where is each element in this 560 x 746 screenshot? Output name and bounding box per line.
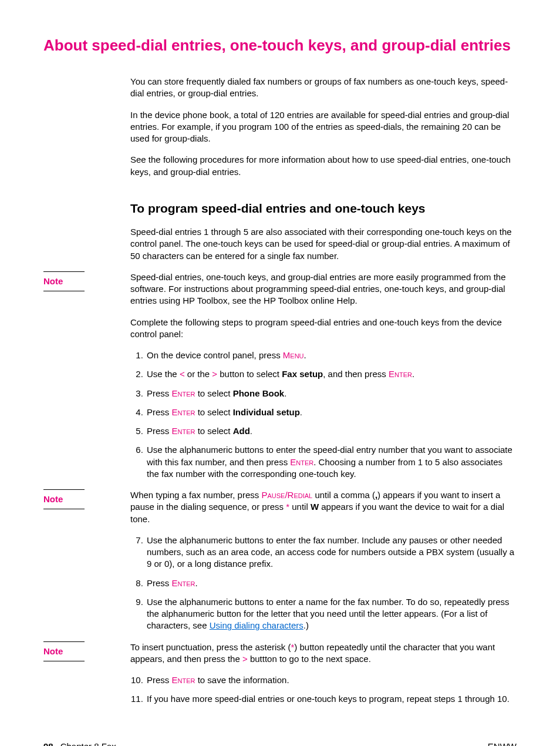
enter-key: Enter xyxy=(172,388,195,398)
steps-list-2: Use the alphanumeric buttons to enter th… xyxy=(130,535,517,632)
step-4: Press Enter to select Individual setup. xyxy=(146,406,517,418)
page-footer: 98Chapter 8 Fax ENWW xyxy=(43,741,517,746)
step-6: Use the alphanumeric buttons to enter th… xyxy=(146,444,517,480)
using-dialing-characters-link[interactable]: Using dialing characters xyxy=(210,620,303,630)
enter-key: Enter xyxy=(389,369,412,379)
step-10: Press Enter to save the information. xyxy=(146,674,517,686)
note-3-text: To insert punctuation, press the asteris… xyxy=(130,641,517,666)
menu-key: Menu xyxy=(283,350,304,360)
left-arrow: < xyxy=(180,369,185,379)
page-number: 98 xyxy=(43,741,53,746)
footer-right: ENWW xyxy=(488,741,517,746)
enter-key: Enter xyxy=(172,426,195,436)
enter-key: Enter xyxy=(172,578,195,588)
steps-list: On the device control panel, press Menu.… xyxy=(130,350,517,480)
intro-p1: You can store frequently dialed fax numb… xyxy=(130,76,517,100)
page-title: About speed-dial entries, one-touch keys… xyxy=(43,35,517,56)
enter-key: Enter xyxy=(172,407,195,417)
note-label: Note xyxy=(43,272,130,291)
steps-intro: Complete the following steps to program … xyxy=(130,317,517,341)
intro-p3: See the following procedures for more in… xyxy=(130,154,517,178)
chapter-label: Chapter 8 Fax xyxy=(60,741,116,746)
step-1: On the device control panel, press Menu. xyxy=(146,350,517,361)
step-7: Use the alphanumeric buttons to enter th… xyxy=(146,535,517,570)
step-5: Press Enter to select Add. xyxy=(146,425,517,437)
note-3: Note To insert punctuation, press the as… xyxy=(43,641,517,666)
right-arrow: > xyxy=(242,654,248,664)
note-label: Note xyxy=(43,642,130,661)
note-1-text: Speed-dial entries, one-touch keys, and … xyxy=(130,271,517,307)
step-11: If you have more speed-dial entries or o… xyxy=(146,693,517,705)
note-1: Note Speed-dial entries, one-touch keys,… xyxy=(43,271,517,307)
step-9: Use the alphanumeric buttons to enter a … xyxy=(146,596,517,632)
step-3: Press Enter to select Phone Book. xyxy=(146,388,517,399)
note-2: Note When typing a fax number, press Pau… xyxy=(43,489,517,525)
section-heading: To program speed-dial entries and one-to… xyxy=(130,200,517,217)
enter-key: Enter xyxy=(172,675,195,685)
intro-p2: In the device phone book, a total of 120… xyxy=(130,109,517,145)
step-8: Press Enter. xyxy=(146,577,517,589)
note-label: Note xyxy=(43,490,130,509)
steps-list-3: Press Enter to save the information. If … xyxy=(130,674,517,705)
enter-key: Enter xyxy=(290,457,313,467)
right-arrow: > xyxy=(212,369,217,379)
step-2: Use the < or the > button to select Fax … xyxy=(146,368,517,380)
note-2-text: When typing a fax number, press Pause/Re… xyxy=(130,489,517,525)
pause-redial-key: Pause/Redial xyxy=(261,490,312,500)
section-p1: Speed-dial entries 1 through 5 are also … xyxy=(130,226,517,262)
